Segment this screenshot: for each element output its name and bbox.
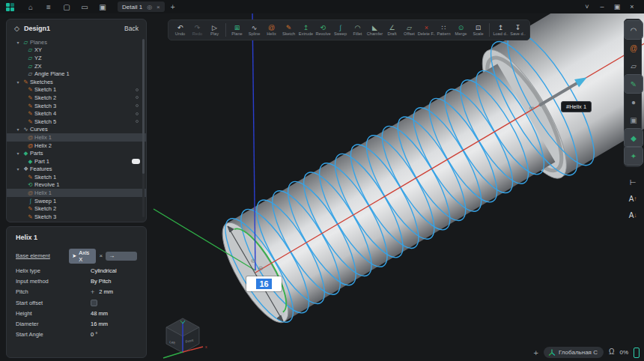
text-size-decrease-button[interactable]: A↓ [624,207,642,223]
home-icon[interactable]: ⌂ [22,3,40,11]
input-method-value[interactable]: By Pitch [91,278,112,285]
property-row-start-offset: Start offset [7,297,146,308]
tree-item-angle-plane-1[interactable]: ▱Angle Plane 1 [7,70,146,78]
diameter-value[interactable]: 16 mm [91,321,108,327]
window-minimize-icon[interactable]: – [595,3,610,10]
chevron-down-icon[interactable]: ▾ [14,79,22,85]
toggle-sketches-visibility-button[interactable]: ✎ [625,75,643,93]
menu-icon[interactable]: ≡ [40,3,58,11]
toolbar-fillet-button[interactable]: ◠Fillet [349,24,366,37]
toolbar-draft-button[interactable]: ∠Draft [383,24,401,37]
toolbar-play-button[interactable]: ▷Play [206,24,223,37]
save-icon[interactable]: ▣ [94,3,112,11]
visibility-dot-icon[interactable] [136,88,139,91]
toggle-parts-visibility-button[interactable]: ◆ [625,129,643,147]
tree-item-curves[interactable]: ▾∿Curves [7,126,146,134]
toolbar-spline-button[interactable]: ∿Spline [246,24,263,37]
toolbar-offset-button[interactable]: ▱Offset [401,24,418,37]
pitch-value[interactable]: +2 mm [91,288,113,296]
back-button[interactable]: Back [124,25,139,32]
toggle-features-visibility-button[interactable]: ✦ [625,147,643,165]
drag-handle-icon[interactable]: + [91,288,94,296]
toolbar-scale-button[interactable]: ⊡Scale [470,24,487,37]
base-element-chip[interactable]: ➤ Axis X [69,249,96,264]
toolbar-redo-button[interactable]: ↷Redo [189,24,206,37]
undo-label: Undo [175,31,185,37]
tree-item-sketch-5[interactable]: ✎Sketch 5 [7,118,146,126]
open-folder-icon[interactable]: ▭ [76,3,94,11]
toolbar-load-doc-button[interactable]: ↥Load d.. [492,24,509,37]
dimension-tool-button[interactable]: ⊢ [624,174,642,190]
new-tab-button[interactable]: + [171,3,175,11]
tree-item-feat-sketch-3[interactable]: ✎Sketch 3 [7,213,146,221]
app-logo-icon[interactable] [6,3,14,11]
height-value[interactable]: 48 mm [91,310,108,317]
visibility-dot-icon[interactable] [136,112,139,115]
tree-item-sketches[interactable]: ▾✎Sketches [7,78,146,86]
tree-item-feat-sweep-1[interactable]: ∫Sweep 1 [7,197,146,205]
toolbar-pattern-button[interactable]: ∷Pattern [435,24,452,37]
toolbar-helix-button[interactable]: @Helix [263,24,280,37]
window-maximize-icon[interactable]: ▣ [610,3,625,10]
tree-item-features[interactable]: ▾❖Features [7,166,146,174]
tree-item-plane-yz[interactable]: ▱YZ [7,54,146,62]
start-offset-value[interactable] [91,300,97,306]
toggle-bodies-visibility-button[interactable]: ▣ [625,111,643,129]
tree-item-sketch-4[interactable]: ✎Sketch 4 [7,109,146,118]
chevron-down-icon[interactable]: ▾ [14,151,22,156]
cylinder-part[interactable] [201,13,644,348]
chip-remove-icon[interactable]: × [99,252,103,259]
toolbar-revolve-button[interactable]: ⟲Revolve [315,24,332,37]
tree-item-sketch-3[interactable]: ✎Sketch 3 [7,102,146,110]
tree-item-feat-revolve-1[interactable]: ⟲Revolve 1 [7,181,146,189]
chevron-down-icon[interactable]: ▾ [14,127,22,132]
tree-item-sketch-1[interactable]: ✎Sketch 1 [7,86,146,94]
start-offset-checkbox[interactable] [91,300,97,306]
add-coordinate-system-button[interactable]: + [534,348,538,357]
tree-item-helix-2[interactable]: @Helix 2 [7,142,146,150]
toolbar-save-doc-button[interactable]: ↧Save d.. [509,24,526,37]
document-tab[interactable]: Detail 1 ◎ × [118,1,165,12]
start-angle-value[interactable]: 0 ° [91,331,97,338]
notifications-bell-icon[interactable]: Ω [609,348,614,356]
tab-close-icon[interactable]: × [157,4,160,10]
tree-scrollbar[interactable] [142,39,145,217]
window-close-icon[interactable]: × [625,3,640,10]
helix-type-value[interactable]: Cylindrical [91,267,117,274]
window-more-icon[interactable]: ˅ [580,3,595,10]
tab-pin-icon[interactable]: ◎ [147,4,152,10]
offset-label: Offset [404,31,415,37]
toggle-curves-visibility-button[interactable]: ◠ [625,21,643,39]
tree-item-feat-sketch-1[interactable]: ✎Sketch 1 [7,173,146,181]
tree-item-part-1[interactable]: ◆Part 1 [7,157,146,166]
toggle-helix-visibility-button[interactable]: @ [625,39,643,57]
coordinate-system-selector[interactable]: Глобальная С [544,347,604,358]
new-file-icon[interactable]: ▢ [58,3,76,11]
toolbar-sketch-button[interactable]: ✎Sketch [280,24,297,37]
chevron-down-icon[interactable]: ▾ [14,166,22,172]
tree-item-helix-1[interactable]: @Helix 1 [7,133,146,142]
tree-item-sketch-2[interactable]: ✎Sketch 2 [7,94,146,102]
toolbar-sweep-button[interactable]: ∫Sweep [332,24,349,37]
toggle-solids-visibility-button[interactable]: ● [625,93,643,111]
tree-item-planes[interactable]: ▾▱Planes [7,38,146,46]
direction-field[interactable]: → [106,252,137,261]
toolbar-merge-button[interactable]: ⊙Merge [452,24,470,37]
text-size-increase-button[interactable]: A↑ [624,190,642,207]
navigation-cube[interactable]: Left Front x [163,318,207,358]
toolbar-delete-face-button[interactable]: ×Delete F.. [418,24,435,37]
tree-item-feat-sketch-2[interactable]: ✎Sketch 2 [7,204,146,213]
toolbar-chamfer-button[interactable]: ◣Chamfer [366,24,383,37]
tree-item-plane-zx[interactable]: ▱ZX [7,62,146,70]
visibility-toggle[interactable] [132,159,140,164]
chevron-down-icon[interactable]: ▾ [14,40,22,45]
tree-item-feat-helix-1[interactable]: @Helix 1 [7,189,146,197]
toggle-planes-visibility-button[interactable]: ▱ [625,57,643,75]
tree-item-parts[interactable]: ▾◆Parts [7,149,146,157]
tree-item-plane-xy[interactable]: ▱XY [7,46,146,55]
toolbar-extrude-button[interactable]: ↥Extrude [297,24,315,37]
draft-label: Draft [387,31,396,37]
diameter-input[interactable]: 16 [246,276,282,291]
toolbar-undo-button[interactable]: ↶Undo [171,24,189,37]
toolbar-plane-button[interactable]: ⊞Plane [228,24,246,37]
